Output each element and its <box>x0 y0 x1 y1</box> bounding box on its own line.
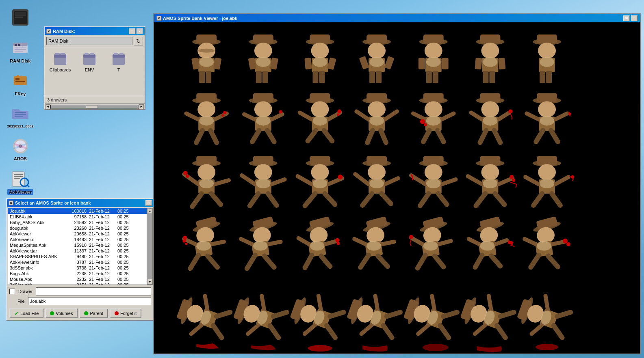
file-row-11[interactable]: Bugs.Abk 2238 21-Feb-12 00:25 <box>8 271 147 276</box>
action-buttons: ✓ Load File Volumes Parent Forget it <box>7 307 154 320</box>
file-row-1[interactable]: EHB64.abk 97158 21-Feb-12 00:25 <box>8 214 147 220</box>
sidebar-item-aros[interactable]: AROS <box>4 134 37 163</box>
file-name-3: doug.abk <box>10 226 67 231</box>
file-row-2[interactable]: Baby_AMOS.Abk 24592 21-Feb-12 00:25 <box>8 220 147 225</box>
file-row-9[interactable]: AbkViewer.info 3787 21-Feb-12 00:25 <box>8 259 147 265</box>
file-list[interactable]: Joe.abk 100810 21-Feb-12 00:25 EHB64.abk… <box>8 208 153 285</box>
ram-disk-path-input[interactable] <box>46 37 132 45</box>
aros-icon <box>11 136 30 155</box>
svg-point-217 <box>369 179 384 188</box>
forget-it-dot-icon <box>115 311 119 315</box>
svg-point-268 <box>253 241 268 251</box>
sidebar-item-fkey[interactable]: FKey <box>4 69 37 98</box>
drawer-checkbox[interactable] <box>9 289 15 294</box>
sidebar-item-ram-disk[interactable]: RAM Disk <box>4 36 37 65</box>
file-size-7: 11337 <box>67 248 89 253</box>
svg-point-220 <box>425 164 442 180</box>
file-row-3[interactable]: doug.abk 23260 21-Feb-12 00:25 <box>8 225 147 231</box>
file-scroll-up-btn[interactable]: ▲ <box>147 208 153 214</box>
drawer-icon-clipboards[interactable]: Clipboards <box>48 50 72 93</box>
file-time-2: 00:25 <box>117 220 134 225</box>
clipboards-label: Clipboards <box>50 67 71 72</box>
parent-button[interactable]: Parent <box>79 308 108 318</box>
sprite-viewer-maximize-btn[interactable]: □ <box>631 15 637 21</box>
scroll-track-h[interactable] <box>50 105 139 109</box>
volumes-button[interactable]: Volumes <box>45 308 78 318</box>
file-name-4: AbkViewer <box>10 231 67 236</box>
scroll-left-btn[interactable]: ◄ <box>46 104 50 109</box>
svg-rect-180 <box>196 156 217 165</box>
svg-rect-130 <box>310 93 330 102</box>
file-time-6: 00:25 <box>117 243 134 248</box>
aros-label: AROS <box>14 156 27 161</box>
file-row-0[interactable]: Joe.abk 100810 21-Feb-12 00:25 <box>8 208 147 214</box>
drawer-input[interactable] <box>36 287 151 295</box>
svg-point-246 <box>540 179 554 188</box>
sidebar-item-abkviewer[interactable]: AbkViewer <box>4 167 37 196</box>
file-selector-close-btn[interactable]: × <box>9 201 13 205</box>
drawer-row: Drawer <box>9 287 151 295</box>
file-list-scrollbar[interactable]: ▲ ▼ <box>147 208 152 285</box>
sprite-viewer-close-btn[interactable]: × <box>156 16 161 21</box>
svg-rect-97 <box>489 71 495 83</box>
drawer-icon-t[interactable]: T <box>106 50 131 93</box>
ram-disk-minimize-btn[interactable]: □ <box>129 28 135 34</box>
svg-rect-88 <box>433 71 438 83</box>
sprite-viewer-restore-btn[interactable]: ⧉ <box>623 15 630 21</box>
svg-point-91 <box>426 57 441 67</box>
ram-disk-maximize-btn[interactable]: ▪ <box>137 28 143 34</box>
svg-point-169 <box>508 109 512 113</box>
file-name-6: MequaSprites.Abk <box>10 243 67 248</box>
ram-disk-title-left: × RAM Disk: <box>46 29 75 34</box>
drawer-icon-env[interactable]: ENV <box>77 50 102 93</box>
file-scroll-track[interactable] <box>147 214 152 279</box>
file-row-5[interactable]: AbkViewer.c 18483 21-Feb-12 00:25 <box>8 237 147 242</box>
file-row-7[interactable]: AbkViewer.jar 11337 21-Feb-12 00:25 <box>8 248 147 254</box>
file-row-13[interactable]: 3dSIco.abk 2154 21-Feb-12 00:25 <box>8 282 147 285</box>
file-selector-minimize-btn[interactable]: □ <box>145 200 152 206</box>
file-size-8: 9480 <box>67 254 89 259</box>
svg-line-285 <box>382 242 394 244</box>
svg-rect-75 <box>366 35 387 43</box>
svg-point-298 <box>409 235 413 239</box>
scroll-thumb-h[interactable] <box>86 105 98 108</box>
svg-rect-210 <box>366 156 387 165</box>
svg-rect-150 <box>423 93 444 102</box>
svg-point-279 <box>336 242 340 245</box>
abkviewer-top-icon <box>11 8 30 27</box>
file-row-10[interactable]: 3dSSpr.abk 3738 21-Feb-12 00:25 <box>8 265 147 271</box>
svg-rect-7 <box>15 44 17 46</box>
fkey-label: FKey <box>15 91 26 96</box>
forget-it-button[interactable]: Forget it <box>110 308 141 318</box>
file-row-12[interactable]: Mouse.Abk 2232 21-Feb-12 00:25 <box>8 276 147 282</box>
file-size-3: 23260 <box>67 226 89 231</box>
file-row-4[interactable]: AbkViewer 20658 21-Feb-12 00:25 <box>8 231 147 237</box>
date-folder-label: 20120221_0002 <box>7 124 33 128</box>
svg-rect-11 <box>15 51 23 52</box>
bottom-controls: Drawer File <box>7 286 154 307</box>
sidebar-item-date-folder[interactable]: 20120221_0002 <box>4 102 37 130</box>
file-name-9: AbkViewer.info <box>10 260 67 265</box>
svg-point-168 <box>483 116 497 125</box>
load-file-button[interactable]: ✓ Load File <box>9 308 43 318</box>
svg-point-346 <box>308 345 332 352</box>
svg-point-256 <box>196 241 211 251</box>
file-name-input[interactable] <box>28 297 151 305</box>
svg-point-137 <box>313 116 327 125</box>
ram-disk-winbtns: □ ▪ <box>129 28 143 34</box>
ram-disk-close-btn[interactable]: × <box>46 29 51 34</box>
svg-rect-79 <box>376 71 382 83</box>
sidebar-item-abkviewer-top[interactable] <box>4 6 37 30</box>
drawer-label: Drawer <box>18 289 33 294</box>
ram-disk-scrollbar-h[interactable]: ◄ ► <box>45 104 145 109</box>
file-scroll-down-btn[interactable]: ▼ <box>147 279 153 285</box>
file-row-8[interactable]: SHAPESSPRITES.ABK 9480 21-Feb-12 00:25 <box>8 254 147 259</box>
load-file-label: Load File <box>20 311 39 316</box>
file-row-6[interactable]: MequaSprites.Abk 15918 21-Feb-12 00:25 <box>8 242 147 248</box>
ram-disk-refresh-btn[interactable]: ↻ <box>134 37 143 45</box>
file-name-8: SHAPESSPRITES.ABK <box>10 254 67 259</box>
scroll-right-btn[interactable]: ► <box>139 104 144 109</box>
sprite-viewer-winbtns: ⧉ □ <box>623 15 637 21</box>
file-name-2: Baby_AMOS.Abk <box>10 220 67 225</box>
svg-rect-12 <box>14 76 27 85</box>
